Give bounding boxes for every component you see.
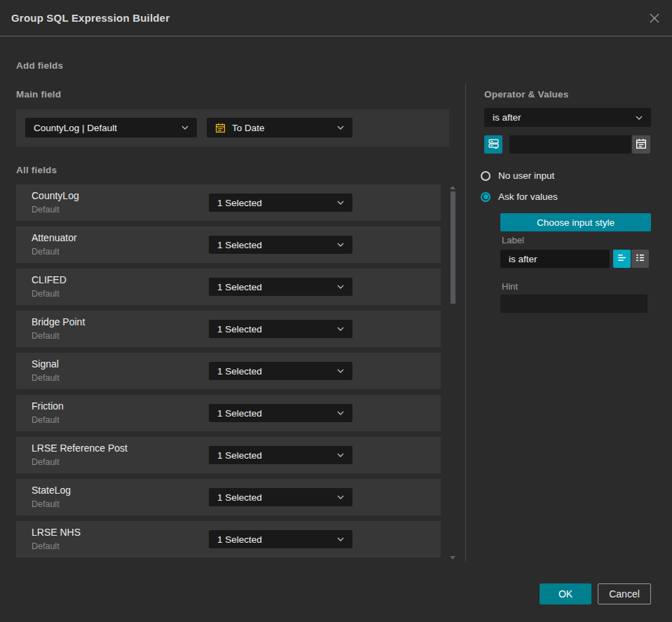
chevron-down-icon [337,537,344,541]
main-field-select[interactable]: CountyLog | Default [25,118,197,137]
label-caption: Label [502,235,524,245]
field-row: Friction Default 1 Selected [16,395,441,431]
operator-select-value: is after [493,112,521,123]
field-selected-dropdown[interactable]: 1 Selected [209,194,352,212]
calendar-picker-button[interactable] [632,135,650,154]
scrollbar-down-arrow[interactable] [450,556,455,560]
field-subtitle: Default [32,247,60,257]
main-field-label: Main field [16,89,61,100]
hint-input[interactable] [500,295,647,313]
field-row: LRSE NHS Default 1 Selected [16,521,441,557]
field-selected-value: 1 Selected [217,198,262,208]
chevron-down-icon [337,369,344,373]
field-name: Friction [32,400,64,412]
field-selected-value: 1 Selected [217,492,262,503]
hint-caption: Hint [502,281,518,292]
calendar-icon [215,123,226,133]
chevron-down-icon [337,327,344,331]
field-selected-dropdown[interactable]: 1 Selected [209,488,352,506]
field-selected-dropdown[interactable]: 1 Selected [209,404,352,422]
choose-input-style-button[interactable]: Choose input style [500,213,651,231]
cancel-button[interactable]: Cancel [598,583,651,604]
main-field-select-value: CountyLog | Default [34,123,117,133]
field-name: Bridge Point [32,316,85,327]
chevron-down-icon [337,411,344,415]
field-subtitle: Default [32,541,60,551]
field-name: CLIFED [32,274,67,285]
bulleted-list-icon [635,252,645,265]
stacked-values-icon [488,138,499,151]
list-scrollbar-thumb[interactable] [451,191,455,304]
field-selected-dropdown[interactable]: 1 Selected [209,320,352,338]
field-selected-value: 1 Selected [217,282,262,292]
ok-button[interactable]: OK [540,583,591,604]
input-style-single-line-button[interactable] [613,250,631,268]
field-row: Bridge Point Default 1 Selected [16,311,441,347]
field-name: CountyLog [32,190,79,201]
value-type-button[interactable] [484,135,502,154]
field-selected-dropdown[interactable]: 1 Selected [209,362,352,380]
chevron-down-icon [337,243,344,247]
field-selected-dropdown[interactable]: 1 Selected [209,278,352,296]
radio-circle-icon [481,192,491,202]
field-row: StateLog Default 1 Selected [16,479,441,515]
radio-label: Ask for values [498,191,558,202]
chevron-down-icon [337,201,344,205]
dialog-titlebar: Group SQL Expression Builder [0,0,672,36]
field-subtitle: Default [32,373,60,383]
field-name: StateLog [32,485,71,496]
operator-select[interactable]: is after [484,108,651,127]
field-name: LRSE NHS [32,527,81,538]
field-selected-dropdown[interactable]: 1 Selected [209,446,352,464]
field-selected-dropdown[interactable]: 1 Selected [209,236,352,254]
main-field-panel: CountyLog | Default To Date [16,109,449,147]
scrollbar-up-arrow[interactable] [450,186,455,189]
field-subtitle: Default [32,415,60,425]
radio-ask-for-values[interactable]: Ask for values [481,191,558,202]
field-row: LRSE Reference Post Default 1 Selected [16,437,441,473]
field-selected-value: 1 Selected [217,534,262,545]
radio-circle-icon [481,171,491,181]
field-row: CountyLog Default 1 Selected [16,184,441,221]
add-fields-heading: Add fields [16,60,63,71]
chevron-down-icon [337,126,344,130]
chevron-down-icon [636,116,643,120]
field-row: Signal Default 1 Selected [16,353,441,389]
field-selected-value: 1 Selected [217,408,262,419]
field-selected-value: 1 Selected [217,324,262,334]
field-name: LRSE Reference Post [32,442,128,454]
field-selected-value: 1 Selected [217,366,262,377]
field-name: Attenuator [32,232,77,243]
panel-divider [465,84,466,561]
field-row: CLIFED Default 1 Selected [16,269,441,305]
field-row: Attenuator Default 1 Selected [16,227,441,263]
value-input[interactable] [509,135,631,154]
date-field-select-value: To Date [232,123,265,133]
field-subtitle: Default [32,457,60,467]
field-selected-dropdown[interactable]: 1 Selected [209,530,352,548]
label-input[interactable] [500,250,610,268]
field-subtitle: Default [32,205,60,215]
field-subtitle: Default [32,499,60,509]
operator-values-heading: Operator & Values [484,89,568,100]
dialog-title: Group SQL Expression Builder [11,12,170,24]
calendar-icon [636,138,647,151]
chevron-down-icon [337,453,344,457]
field-name: Signal [32,358,59,370]
radio-label: No user input [498,170,554,181]
chevron-down-icon [337,495,344,499]
input-style-list-button[interactable] [631,250,649,268]
chevron-down-icon [337,285,344,289]
chevron-down-icon [181,126,188,130]
date-field-select[interactable]: To Date [207,118,352,137]
field-subtitle: Default [32,331,60,341]
align-left-lines-icon [617,252,627,265]
field-subtitle: Default [32,289,60,299]
field-selected-value: 1 Selected [217,240,262,250]
radio-no-user-input[interactable]: No user input [481,170,554,181]
close-icon[interactable] [647,11,661,25]
all-fields-label: All fields [16,165,57,175]
field-selected-value: 1 Selected [217,450,262,461]
